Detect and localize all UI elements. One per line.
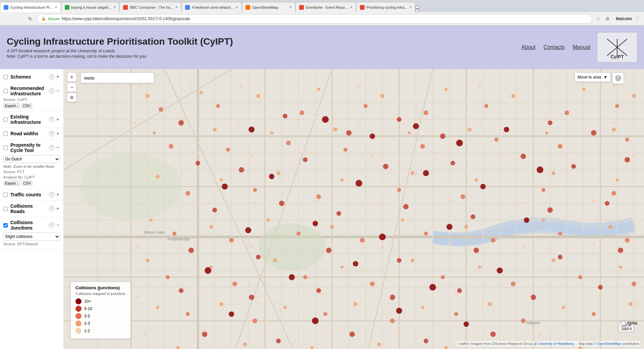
zoom-out-button[interactable]: −: [67, 83, 76, 92]
road-widths-checkbox[interactable]: [3, 132, 8, 136]
svg-point-43: [383, 164, 388, 169]
svg-point-30: [312, 317, 319, 324]
map-container[interactable]: Balney Gate Knightsbridge Millbank leeds…: [64, 69, 644, 349]
svg-point-212: [193, 242, 196, 245]
legend-label-10plus: 10+: [84, 299, 91, 304]
schemes-checkbox[interactable]: [3, 75, 8, 79]
tab-close-2[interactable]: ×: [113, 5, 116, 10]
svg-point-147: [267, 218, 270, 222]
svg-point-201: [569, 152, 572, 154]
collisions-junctions-help[interactable]: ?: [49, 222, 54, 228]
recommended-help[interactable]: ?: [49, 88, 54, 94]
pct-source: Source: PCT: [3, 170, 60, 174]
collisions-roads-checkbox[interactable]: [3, 207, 8, 211]
tab-close-7[interactable]: ×: [409, 5, 412, 10]
tab-property[interactable]: 4 bedroom semi-detach... ×: [181, 2, 242, 12]
svg-point-141: [411, 171, 415, 175]
collisions-roads-help[interactable]: ?: [49, 206, 54, 211]
svg-point-10: [413, 123, 419, 129]
traffic-checkbox[interactable]: [3, 193, 8, 197]
collisions-junctions-title: Collisions Junctions: [10, 220, 48, 231]
svg-point-215: [381, 245, 384, 249]
reload-button[interactable]: ↻: [25, 14, 35, 23]
svg-point-55: [189, 248, 194, 253]
recommended-minus-btn[interactable]: −: [56, 88, 60, 94]
tab-close-4[interactable]: ×: [236, 5, 238, 10]
svg-point-101: [424, 232, 428, 236]
tab-title-2: buying a house satge5...: [71, 5, 112, 9]
pct-help[interactable]: ?: [49, 145, 54, 150]
tab-prioritising[interactable]: Prioritising cycling infra... ×: [356, 2, 416, 12]
svg-point-85: [343, 148, 347, 152]
svg-point-48: [212, 208, 217, 212]
svg-point-37: [440, 134, 445, 139]
existing-checkbox[interactable]: [3, 117, 8, 122]
move-to-area[interactable]: Move to area: ▼: [575, 72, 610, 82]
svg-point-62: [179, 288, 183, 293]
zoom-in-button[interactable]: +: [67, 72, 76, 82]
extensions-icon[interactable]: ⚙: [604, 15, 612, 23]
collisions-roads-add-btn[interactable]: +: [56, 206, 60, 212]
pct-csv-btn[interactable]: CSV: [21, 181, 33, 186]
svg-point-5: [258, 223, 325, 270]
svg-point-156: [340, 265, 344, 269]
svg-text:CyIPT: CyIPT: [610, 54, 624, 59]
svg-point-93: [397, 188, 401, 192]
pct-export-btn[interactable]: Export ↓: [3, 181, 20, 186]
tab-close-1[interactable]: ×: [55, 5, 57, 10]
tab-cycling[interactable]: Cycling Infrastructure Pr... ×: [0, 2, 61, 12]
back-button[interactable]: ←: [3, 14, 12, 23]
svg-point-108: [370, 282, 375, 286]
alpha-checkbox[interactable]: [621, 321, 626, 326]
svg-point-100: [360, 238, 365, 243]
pct-dropdown[interactable]: Go Dutch Government Target Cambridge: [3, 155, 60, 163]
collisions-junctions-minus-btn[interactable]: −: [56, 222, 60, 228]
schemes-add-btn[interactable]: +: [56, 74, 60, 80]
collisions-junctions-checkbox[interactable]: [3, 223, 8, 228]
svg-point-218: [592, 242, 595, 245]
contacts-link[interactable]: Contacts: [543, 44, 565, 50]
address-url[interactable]: https://www.cyipt.bike/collisionsjunctio…: [62, 16, 190, 21]
existing-help[interactable]: ?: [49, 117, 54, 122]
tab-close-5[interactable]: ×: [289, 5, 292, 10]
road-widths-help[interactable]: ?: [49, 131, 54, 136]
collisions-junctions-dropdown[interactable]: Slight collisions Serious collisions Fat…: [3, 233, 60, 241]
tab-buying[interactable]: buying a house satge5... ×: [61, 2, 120, 12]
tab-eventbrite[interactable]: Eventbrite - Event Repo... ×: [296, 2, 356, 12]
layers-button[interactable]: [612, 72, 624, 84]
tab-close-6[interactable]: ×: [350, 5, 353, 10]
bookmark-icon[interactable]: ☆: [594, 15, 602, 23]
attribution-heidelberg-link[interactable]: University of Heidelberg: [538, 342, 574, 346]
svg-point-23: [524, 217, 529, 223]
svg-point-51: [403, 204, 409, 209]
svg-point-49: [279, 201, 284, 206]
map-search-input[interactable]: leeds: [80, 72, 154, 83]
menu-icon[interactable]: ⋮: [633, 15, 641, 23]
tab-title-6: Eventbrite - Event Repo...: [306, 5, 348, 9]
traffic-help[interactable]: ?: [49, 192, 54, 197]
svg-point-79: [484, 104, 488, 108]
attribution-osm-link[interactable]: OpenStreetMap: [597, 342, 621, 346]
road-widths-add-btn[interactable]: +: [56, 131, 60, 137]
recommended-csv-btn[interactable]: CSV: [21, 103, 32, 108]
traffic-add-btn[interactable]: +: [56, 192, 60, 198]
user-profile[interactable]: Malcolm: [616, 16, 632, 21]
tab-close-3[interactable]: ×: [175, 5, 178, 10]
svg-point-33: [178, 120, 184, 126]
svg-point-191: [478, 121, 481, 124]
schemes-help[interactable]: ?: [49, 74, 54, 80]
pct-checkbox[interactable]: [3, 146, 8, 150]
manual-link[interactable]: Manual: [573, 44, 590, 50]
sidebar-section-recommended: Recommended infrastructure ? − Source: C…: [0, 83, 63, 111]
existing-add-btn[interactable]: +: [56, 116, 60, 122]
svg-point-227: [143, 333, 146, 336]
recommended-checkbox[interactable]: [3, 89, 8, 93]
recommended-export-btn[interactable]: Export ↓: [3, 103, 20, 108]
tab-osm[interactable]: OpenStreetMap ×: [242, 2, 296, 12]
tab-bbc[interactable]: BBC Consumer - The ho... ×: [119, 2, 181, 12]
about-link[interactable]: About: [522, 44, 536, 50]
compass-button[interactable]: ⊕: [67, 93, 76, 102]
pct-minus-btn[interactable]: −: [56, 145, 60, 151]
new-tab-button[interactable]: +: [415, 6, 419, 12]
forward-button[interactable]: →: [14, 14, 23, 23]
